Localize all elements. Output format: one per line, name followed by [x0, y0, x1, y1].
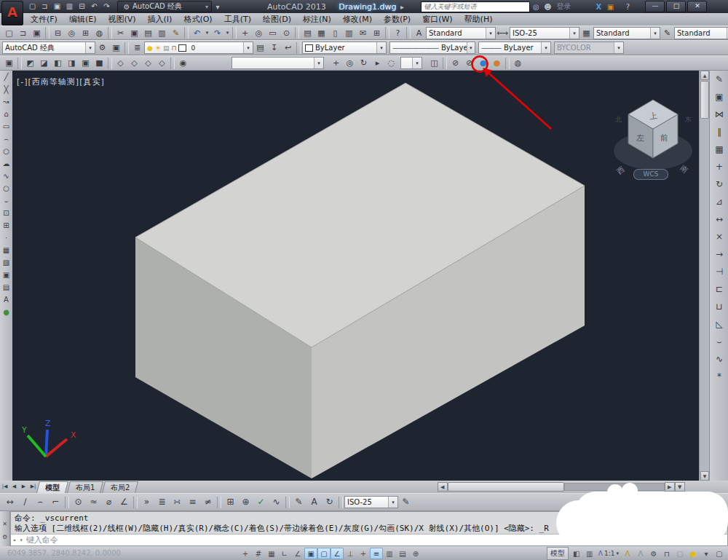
recent-commands-icon[interactable]: ▸ — [13, 537, 17, 543]
arc-icon[interactable]: ⌢ — [0, 133, 12, 145]
dim-radius-icon[interactable]: ⊙ — [71, 494, 86, 510]
view-sw-isometric-icon[interactable]: ◇ — [114, 57, 127, 69]
mleader-style-icon[interactable]: ✎ — [660, 27, 674, 39]
close-button[interactable]: ✕ — [687, 1, 707, 12]
trim-icon[interactable]: × — [710, 228, 728, 245]
dim-angular-icon[interactable]: ∠ — [116, 494, 132, 510]
wcs-button[interactable]: WCS — [633, 169, 668, 180]
line-icon[interactable]: ╱ — [0, 71, 12, 83]
horizontal-scroll-track[interactable] — [564, 483, 665, 491]
circle-icon[interactable]: ○ — [0, 145, 12, 157]
view-back-icon[interactable]: ■ — [92, 57, 106, 69]
blend-icon[interactable]: ∿ — [710, 350, 728, 368]
pan-realtime-icon[interactable]: + — [329, 57, 343, 69]
layer-properties-manager-icon[interactable]: ≣ — [130, 42, 144, 54]
table-style-dropdown[interactable]: Standard ▾ — [593, 27, 660, 39]
point-icon[interactable]: · — [0, 232, 12, 244]
qat-undo-icon[interactable]: ↶ — [88, 1, 100, 12]
annotation-scale-button[interactable]: Λ 1:1 ▾ — [596, 550, 621, 557]
open-icon[interactable]: ⊐ — [16, 27, 30, 39]
qat-new-icon[interactable]: ▢ — [26, 1, 39, 12]
tab-model[interactable]: 模型 — [36, 481, 68, 493]
steering-wheel-icon[interactable]: ◌ — [384, 57, 398, 69]
dim-style-dropdown-bottom[interactable]: ISO-25 ▾ — [344, 496, 398, 508]
lock-ui-icon[interactable]: ⊓ — [660, 548, 673, 559]
view-ne-isometric-icon[interactable]: ◇ — [141, 57, 155, 69]
visual-style-conceptual-icon[interactable]: ● — [490, 57, 504, 69]
workspace-settings-gear-icon[interactable]: ⚙ — [95, 42, 109, 54]
gradient-icon[interactable]: ▨ — [0, 256, 12, 269]
quickcalc-icon[interactable]: ⊞ — [370, 27, 384, 39]
qat-plot-icon[interactable]: ⊟ — [76, 1, 88, 12]
redo-dropdown-icon[interactable]: ▾ — [224, 27, 231, 39]
command-history[interactable]: 命令: _vscurrent 输入选项 [二维线框(2)/线框(W)/隐藏(H)… — [11, 512, 727, 534]
visual-style-hidden-icon[interactable]: ⊘ — [462, 57, 476, 69]
stretch-icon[interactable]: ↔ — [710, 210, 728, 228]
dim-style-dropdown[interactable]: ISO-25 ▾ — [510, 27, 579, 39]
table-icon[interactable]: ▤ — [0, 281, 12, 293]
named-view-dropdown[interactable]: ▾ — [232, 57, 324, 69]
color-dropdown[interactable]: ByLayer ▾ — [302, 42, 387, 54]
dim-aligned-icon[interactable]: ∕ — [17, 494, 33, 510]
scroll-down-icon[interactable]: ▼ — [700, 471, 709, 481]
layer-lock-icon[interactable]: ⊓ — [171, 44, 176, 52]
region-icon[interactable]: ▣ — [0, 269, 12, 281]
viewcube-south-label[interactable]: 南 — [678, 164, 689, 175]
paste-icon[interactable]: ▤ — [141, 27, 155, 39]
layer-freeze-sun-icon[interactable]: ☀ — [155, 44, 161, 52]
designcenter-icon[interactable]: ▦ — [314, 27, 328, 39]
menu-draw[interactable]: 绘图(D) — [257, 14, 297, 25]
chamfer-icon[interactable]: ◺ — [710, 315, 728, 333]
match-properties-icon[interactable]: ✎ — [169, 27, 183, 39]
vertical-scrollbar[interactable]: ▲ ▼ — [699, 71, 709, 481]
scroll-up-icon[interactable]: ▲ — [700, 71, 709, 80]
signin-person-icon[interactable]: ☻ — [542, 3, 553, 11]
qat-redo-icon[interactable]: ↷ — [100, 1, 113, 12]
pan-icon[interactable]: + — [238, 27, 252, 39]
viewcube-north-label[interactable]: 北 — [615, 116, 622, 123]
layer-on-bulb-icon[interactable]: ● — [147, 44, 153, 52]
apps-lock-icon[interactable]: ▣ — [604, 3, 616, 11]
command-tools-icon[interactable]: ⚙ — [2, 534, 7, 540]
view-right-icon[interactable]: ◨ — [65, 57, 79, 69]
camera-icon[interactable]: ◉ — [176, 57, 190, 69]
infocenter-arrow-icon[interactable]: ▸ — [396, 3, 408, 11]
save-icon[interactable]: ▣ — [30, 27, 44, 39]
make-block-icon[interactable]: ⊞ — [0, 219, 12, 232]
menu-modify[interactable]: 修改(M) — [337, 14, 378, 25]
dim-style-manager-icon[interactable]: ✎ — [398, 494, 414, 510]
dim-jogged-linear-icon[interactable]: ∿ — [269, 494, 284, 510]
cut-icon[interactable]: ✂ — [114, 27, 127, 39]
revision-cloud-icon[interactable]: ☁ — [0, 157, 12, 170]
scale-icon[interactable]: ⊿ — [710, 193, 728, 210]
spline-icon[interactable]: ∿ — [0, 170, 12, 182]
break-icon[interactable]: ⊏ — [710, 280, 728, 298]
zoom-icon[interactable]: ◎ — [343, 57, 357, 69]
linetype-dropdown[interactable]: ——————— ByLayer ▾ — [389, 42, 475, 54]
draw-order-icon[interactable]: ● — [0, 306, 12, 318]
menu-insert[interactable]: 插入(I) — [142, 14, 178, 25]
tab-next-icon[interactable]: ▶ — [19, 481, 28, 492]
insert-block-icon[interactable]: ⊡ — [0, 207, 12, 219]
table-style-icon[interactable]: ▦ — [579, 27, 593, 39]
erase-icon[interactable]: ✎ — [710, 71, 728, 88]
qat-saveas-icon[interactable]: ▥ — [63, 1, 76, 12]
quick-dim-icon[interactable]: » — [139, 494, 154, 510]
dim-diameter-icon[interactable]: ⌀ — [101, 494, 116, 510]
paste-block-icon[interactable]: ▥ — [155, 27, 169, 39]
break-at-point-icon[interactable]: ⊣ — [710, 263, 728, 280]
rotate-icon[interactable]: ↻ — [710, 176, 728, 193]
named-views-icon[interactable]: ▣ — [2, 57, 16, 69]
hatch-icon[interactable]: ▦ — [0, 244, 12, 256]
zoom-window-icon[interactable]: ▭ — [266, 27, 280, 39]
workspace-dropdown-title[interactable]: ⚙ AutoCAD 经典 ▾ — [117, 1, 212, 12]
object-snap-toggle[interactable]: ▣ — [304, 548, 317, 559]
view-nw-isometric-icon[interactable]: ◇ — [155, 57, 169, 69]
view-bottom-icon[interactable]: ◪ — [37, 57, 51, 69]
model-space-button[interactable]: 模型 — [547, 547, 569, 560]
workspace-switch-gear-icon[interactable]: ⚙ — [647, 548, 660, 559]
fillet-icon[interactable]: ⌣ — [710, 333, 728, 350]
minimize-button[interactable]: — — [645, 1, 665, 12]
text-style-dropdown[interactable]: Standard ▾ — [426, 27, 496, 39]
autocad-logo-icon[interactable]: A — [1, 1, 23, 25]
